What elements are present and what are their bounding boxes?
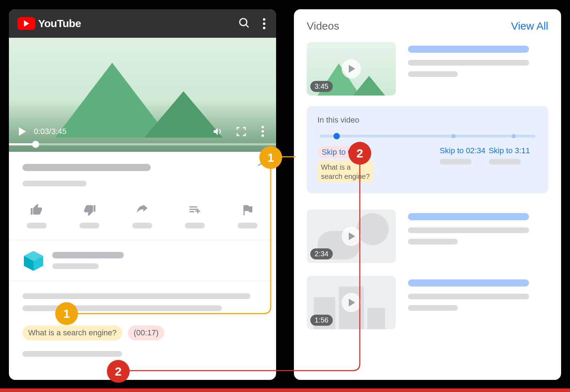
progress-thumb[interactable] xyxy=(32,141,39,148)
callout-badge-1: 1 xyxy=(259,146,282,169)
youtube-logo[interactable]: YouTube xyxy=(17,17,81,30)
save-button[interactable] xyxy=(181,203,209,228)
youtube-panel: YouTube 0:03 / 3:45 xyxy=(9,9,276,380)
result-title-placeholder xyxy=(408,46,529,53)
video-thumbnail[interactable]: 2:34 xyxy=(307,210,396,263)
duration-badge: 3:45 xyxy=(310,81,333,92)
result-line xyxy=(408,71,458,77)
result-line xyxy=(408,305,458,311)
youtube-play-icon xyxy=(17,17,35,30)
channel-avatar-icon xyxy=(22,249,45,272)
result-line xyxy=(408,239,458,244)
channel-name-placeholder xyxy=(52,252,124,258)
subscriber-count-placeholder xyxy=(52,263,99,269)
share-button[interactable] xyxy=(128,203,156,228)
result-title-placeholder xyxy=(408,213,529,220)
report-button[interactable] xyxy=(233,203,262,228)
like-button[interactable] xyxy=(22,203,51,228)
dislike-button[interactable] xyxy=(75,203,104,228)
progress-bar[interactable] xyxy=(9,143,276,145)
video-result[interactable]: 1:56 xyxy=(307,276,548,329)
chapter-title-chip[interactable]: What is a search engine? xyxy=(22,325,122,340)
chapter-time-chip[interactable]: (00:17) xyxy=(128,325,164,340)
kebab-menu-icon[interactable] xyxy=(261,18,268,29)
callout-badge-2: 2 xyxy=(348,142,371,165)
footer-accent-bar xyxy=(0,388,570,392)
search-icon[interactable] xyxy=(238,17,250,30)
skip-link[interactable]: Skip to 3:11 xyxy=(489,146,530,155)
result-line xyxy=(408,294,529,299)
description-line xyxy=(22,351,122,357)
video-player[interactable]: 0:03 / 3:45 xyxy=(9,38,276,152)
youtube-brand-text: YouTube xyxy=(38,17,81,30)
google-panel: Videos View All 3:45 In this video xyxy=(294,9,561,380)
youtube-header: YouTube xyxy=(9,9,276,38)
channel-row[interactable] xyxy=(22,249,265,272)
video-title-placeholder xyxy=(22,164,151,171)
result-line xyxy=(408,227,529,233)
play-icon xyxy=(342,293,361,312)
moment-title: What is asearch engine? xyxy=(317,161,373,182)
moment-dot[interactable] xyxy=(333,133,340,139)
fullscreen-icon[interactable] xyxy=(236,126,247,137)
svg-line-1 xyxy=(246,25,249,27)
video-actions xyxy=(22,203,265,228)
volume-icon[interactable] xyxy=(212,126,223,137)
video-thumbnail[interactable]: 1:56 xyxy=(307,276,396,329)
moment-title-placeholder xyxy=(440,159,472,165)
play-icon xyxy=(342,59,361,78)
svg-point-0 xyxy=(240,19,247,26)
duration-badge: 1:56 xyxy=(310,315,333,326)
video-title-row: ⌃ xyxy=(22,161,265,174)
video-views-placeholder xyxy=(22,181,87,186)
result-title-placeholder xyxy=(408,279,529,287)
player-controls: 0:03 / 3:45 xyxy=(9,126,276,137)
skip-link[interactable]: Skip to 02:34 xyxy=(440,146,485,155)
view-all-link[interactable]: View All xyxy=(511,20,548,32)
callout-badge-2: 2 xyxy=(107,360,130,383)
video-description: What is a search engine? (00:17) xyxy=(22,293,265,357)
key-moments-card: In this video Skip to 00:17 What is asea… xyxy=(307,106,548,193)
duration-badge: 2:34 xyxy=(310,248,333,259)
moment-title-placeholder xyxy=(489,159,521,165)
video-thumbnail[interactable]: 3:45 xyxy=(307,42,396,96)
time-current: 0:03 xyxy=(34,127,49,136)
callout-badge-1: 1 xyxy=(55,302,78,325)
section-title: Videos xyxy=(307,20,339,32)
moment-dot[interactable] xyxy=(451,134,456,138)
description-line xyxy=(22,305,222,311)
video-result[interactable]: 3:45 xyxy=(307,42,548,96)
play-icon xyxy=(342,227,361,246)
player-kebab-icon[interactable] xyxy=(259,126,266,137)
key-moments-heading: In this video xyxy=(317,115,538,125)
description-line xyxy=(22,293,250,299)
moment-dot[interactable] xyxy=(512,134,516,138)
key-moments-track[interactable] xyxy=(320,135,535,138)
result-line xyxy=(408,60,529,66)
video-result[interactable]: 2:34 xyxy=(307,210,548,263)
play-icon[interactable] xyxy=(19,127,26,136)
time-total: 3:45 xyxy=(51,127,67,136)
